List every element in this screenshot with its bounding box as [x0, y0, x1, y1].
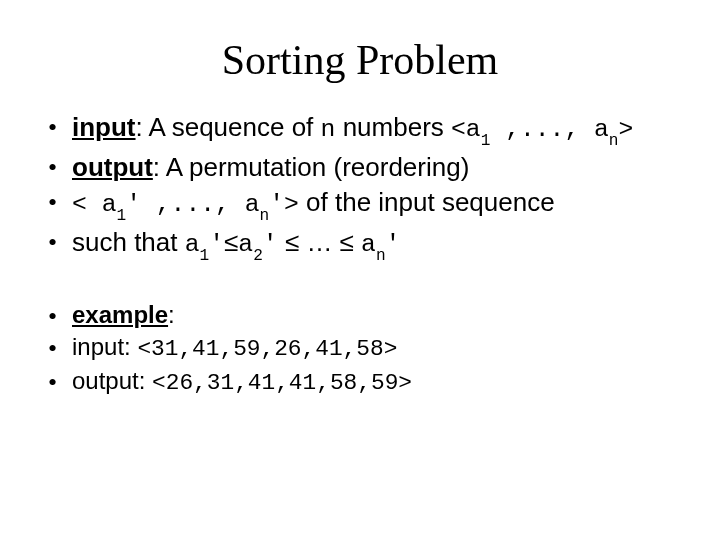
label-example: example — [72, 301, 168, 328]
spacer — [40, 265, 680, 299]
label-output: output — [72, 152, 153, 182]
slide: Sorting Problem input: A sequence of n n… — [0, 0, 720, 540]
bullet-output: output: A permutation (reordering) — [44, 150, 680, 185]
bullet-list-example: example: input: <31,41,59,26,41,58> outp… — [44, 299, 680, 399]
bullet-example-label: example: — [44, 299, 680, 331]
bullet-list-main: input: A sequence of n numbers <a1 ,...,… — [44, 110, 680, 265]
bullet-such-that: such that a1'≤a2' ≤ … ≤ an' — [44, 225, 680, 265]
label-input: input — [72, 112, 136, 142]
bullet-input: input: A sequence of n numbers <a1 ,...,… — [44, 110, 680, 150]
bullet-example-input: input: <31,41,59,26,41,58> — [44, 331, 680, 365]
bullet-example-output: output: <26,31,41,41,58,59> — [44, 365, 680, 399]
slide-title: Sorting Problem — [40, 36, 680, 84]
bullet-permutation-seq: < a1' ,..., an'> of the input sequence — [44, 185, 680, 225]
